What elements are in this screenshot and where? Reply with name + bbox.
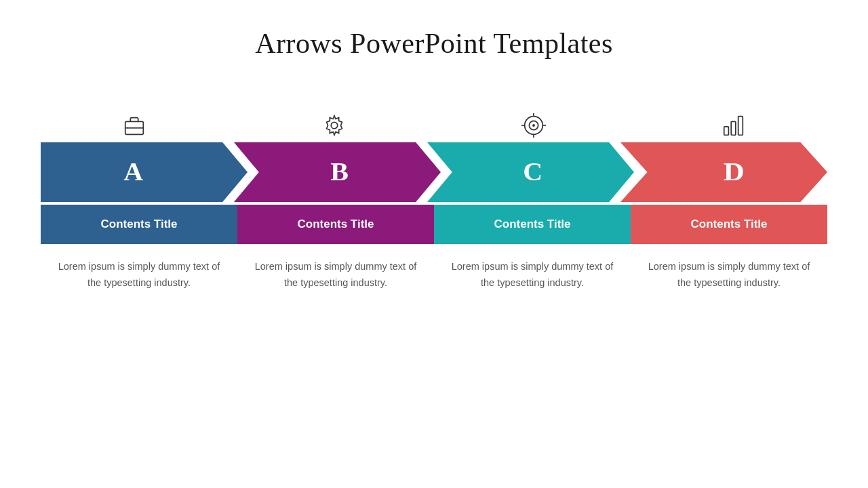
- page: Arrows PowerPoint Templates: [0, 0, 868, 488]
- arrow-d-shape: D: [620, 142, 827, 202]
- briefcase-icon: [121, 113, 147, 138]
- chart-icon: [721, 113, 747, 138]
- svg-point-9: [532, 124, 535, 127]
- svg-text:B: B: [330, 157, 349, 186]
- svg-text:A: A: [123, 157, 143, 186]
- description-row: Lorem ipsum is simply dummy text of the …: [41, 259, 827, 291]
- content-title-d: Contents Title: [690, 218, 767, 231]
- arrow-d: D: [620, 142, 827, 205]
- desc-d: Lorem ipsum is simply dummy text of the …: [631, 259, 827, 291]
- icon-c-wrapper: [440, 100, 640, 138]
- content-bar-d: Contents Title: [631, 205, 827, 244]
- content-bar-a: Contents Title: [41, 205, 237, 244]
- desc-a: Lorem ipsum is simply dummy text of the …: [41, 259, 237, 291]
- icon-a-wrapper: [41, 100, 241, 138]
- svg-point-2: [331, 122, 338, 129]
- arrow-a-shape: A: [41, 142, 248, 202]
- page-title: Arrows PowerPoint Templates: [255, 27, 613, 60]
- svg-marker-13: [41, 142, 248, 202]
- icon-d-wrapper: [640, 100, 828, 138]
- svg-rect-12: [738, 117, 743, 136]
- target-icon: [521, 113, 547, 138]
- svg-rect-10: [724, 127, 729, 135]
- desc-b: Lorem ipsum is simply dummy text of the …: [237, 259, 434, 291]
- gear-icon: [321, 113, 347, 138]
- content-bars-row: Contents Title Contents Title Contents T…: [41, 205, 827, 244]
- main-content: A B C D: [41, 100, 827, 291]
- content-title-c: Contents Title: [494, 218, 570, 231]
- arrows-row: A B C D: [41, 142, 827, 205]
- arrow-c: C: [427, 142, 634, 205]
- content-title-a: Contents Title: [100, 218, 177, 231]
- svg-rect-11: [731, 121, 736, 135]
- svg-text:C: C: [523, 157, 542, 186]
- desc-c: Lorem ipsum is simply dummy text of the …: [434, 259, 631, 291]
- arrow-b-shape: B: [234, 142, 441, 202]
- icon-b-wrapper: [241, 100, 441, 138]
- arrow-a: A: [41, 142, 248, 205]
- content-bar-b: Contents Title: [237, 205, 434, 244]
- icons-row: [41, 100, 827, 138]
- arrow-b: B: [234, 142, 441, 205]
- content-title-b: Contents Title: [297, 218, 374, 231]
- content-bar-c: Contents Title: [434, 205, 631, 244]
- arrow-c-shape: C: [427, 142, 634, 202]
- svg-text:D: D: [724, 157, 745, 186]
